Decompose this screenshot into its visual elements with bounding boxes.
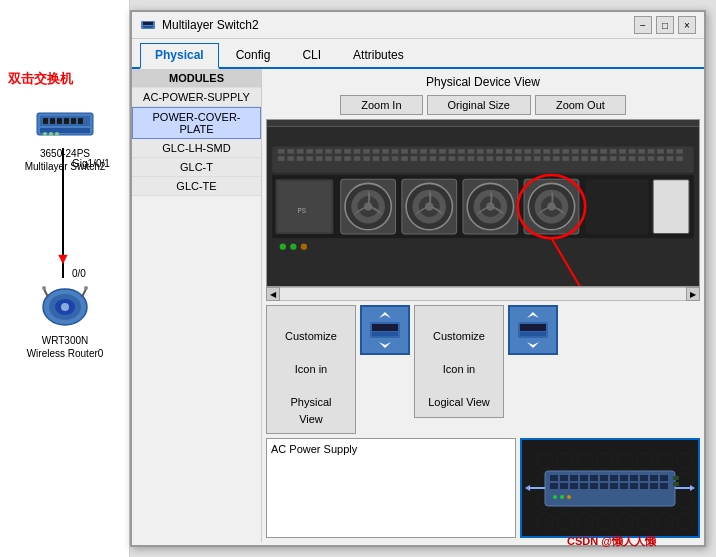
svg-rect-31: [306, 149, 313, 154]
scroll-right-button[interactable]: ▶: [686, 287, 700, 301]
svg-rect-59: [439, 149, 446, 154]
svg-rect-62: [448, 156, 455, 161]
svg-rect-36: [325, 156, 332, 161]
svg-point-5: [55, 132, 59, 136]
titlebar-left: Multilayer Switch2: [140, 17, 259, 33]
svg-rect-77: [524, 149, 531, 154]
svg-rect-101: [638, 149, 645, 154]
svg-rect-197: [630, 475, 638, 481]
svg-rect-53: [410, 149, 417, 154]
device-view-area[interactable]: // Dynamically rendered below via templa…: [266, 119, 700, 287]
svg-rect-65: [467, 149, 474, 154]
svg-rect-216: [673, 476, 679, 480]
svg-rect-212: [660, 483, 668, 489]
svg-point-124: [425, 202, 433, 210]
zoom-controls: Zoom In Original Size Zoom Out: [266, 95, 700, 115]
physical-icon-preview[interactable]: [360, 305, 410, 355]
svg-rect-9: [64, 118, 69, 124]
svg-rect-98: [619, 156, 626, 161]
svg-rect-7: [50, 118, 55, 124]
switch-img: [35, 105, 95, 143]
svg-point-119: [364, 202, 372, 210]
router-img: [38, 285, 93, 330]
big-icon-box[interactable]: [520, 438, 700, 538]
svg-rect-33: [315, 149, 322, 154]
svg-rect-107: [666, 149, 673, 154]
svg-rect-71: [496, 149, 503, 154]
svg-marker-149: [379, 342, 391, 348]
titlebar-controls[interactable]: − □ ×: [634, 16, 696, 34]
svg-rect-106: [657, 156, 664, 161]
svg-line-16: [44, 289, 48, 297]
content-area: MODULES AC-POWER-SUPPLY POWER-COVER-PLAT…: [132, 69, 704, 542]
physical-device-title: Physical Device View: [266, 73, 700, 91]
titlebar: Multilayer Switch2 − □ ×: [132, 12, 704, 39]
minimize-button[interactable]: −: [634, 16, 652, 34]
customize-physical-line1: Customize: [285, 330, 337, 342]
tab-config[interactable]: Config: [221, 43, 286, 67]
svg-rect-32: [306, 156, 313, 161]
svg-rect-86: [562, 156, 569, 161]
horizontal-scrollbar[interactable]: ◀ ▶: [266, 287, 700, 301]
svg-rect-200: [660, 475, 668, 481]
svg-rect-56: [420, 156, 427, 161]
svg-point-215: [567, 495, 571, 499]
svg-rect-58: [429, 156, 436, 161]
module-item-glc-lh[interactable]: GLC-LH-SMD: [132, 139, 261, 158]
svg-rect-203: [570, 483, 578, 489]
tab-attributes[interactable]: Attributes: [338, 43, 419, 67]
svg-rect-61: [448, 149, 455, 154]
close-button[interactable]: ×: [678, 16, 696, 34]
maximize-button[interactable]: □: [656, 16, 674, 34]
module-item-power-cover[interactable]: POWER-COVER-PLATE: [132, 107, 261, 139]
svg-rect-67: [477, 149, 484, 154]
scroll-track[interactable]: [280, 287, 686, 301]
scroll-left-button[interactable]: ◀: [266, 287, 280, 301]
watermark: CSDN @懒人人懒: [567, 534, 656, 549]
svg-rect-96: [609, 156, 616, 161]
svg-rect-103: [647, 149, 654, 154]
modules-list[interactable]: MODULES AC-POWER-SUPPLY POWER-COVER-PLAT…: [132, 69, 261, 542]
svg-rect-108: [666, 156, 673, 161]
svg-line-17: [82, 289, 86, 297]
svg-rect-30: [297, 156, 304, 161]
tab-cli[interactable]: CLI: [287, 43, 336, 67]
svg-rect-54: [410, 156, 417, 161]
customize-logical-line1: Customize: [433, 330, 485, 342]
customize-logical-line2: Icon in: [443, 363, 475, 375]
svg-rect-104: [647, 156, 654, 161]
svg-point-140: [290, 243, 296, 249]
module-item-ac-power[interactable]: AC-POWER-SUPPLY: [132, 88, 261, 107]
svg-rect-46: [372, 156, 379, 161]
svg-rect-63: [458, 149, 465, 154]
svg-rect-196: [620, 475, 628, 481]
svg-rect-74: [505, 156, 512, 161]
svg-marker-153: [527, 312, 539, 318]
customize-logical-line3: Logical View: [428, 396, 490, 408]
svg-point-141: [301, 243, 307, 249]
svg-rect-193: [590, 475, 598, 481]
svg-marker-154: [527, 342, 539, 348]
module-item-glc-te[interactable]: GLC-TE: [132, 177, 261, 196]
svg-point-18: [42, 286, 46, 290]
customize-logical-button[interactable]: Customize Icon in Logical View: [414, 305, 504, 418]
tab-physical[interactable]: Physical: [140, 43, 219, 69]
svg-rect-68: [477, 156, 484, 161]
svg-rect-85: [562, 149, 569, 154]
router-device[interactable]: WRT300N Wireless Router0: [20, 285, 110, 359]
customize-physical-button[interactable]: Customize Icon in Physical View: [266, 305, 356, 435]
svg-rect-70: [486, 156, 493, 161]
svg-rect-138: [272, 240, 693, 253]
svg-rect-2: [40, 128, 90, 133]
svg-rect-39: [344, 149, 351, 154]
zoom-out-button[interactable]: Zoom Out: [535, 95, 626, 115]
svg-point-19: [84, 286, 88, 290]
svg-rect-47: [382, 149, 389, 154]
logical-icon-svg: [513, 310, 553, 350]
original-size-button[interactable]: Original Size: [427, 95, 531, 115]
description-box: AC Power Supply: [266, 438, 516, 538]
zoom-in-button[interactable]: Zoom In: [340, 95, 422, 115]
customize-physical-line2: Icon in: [295, 363, 327, 375]
module-item-glc-t[interactable]: GLC-T: [132, 158, 261, 177]
logical-icon-preview[interactable]: [508, 305, 558, 355]
